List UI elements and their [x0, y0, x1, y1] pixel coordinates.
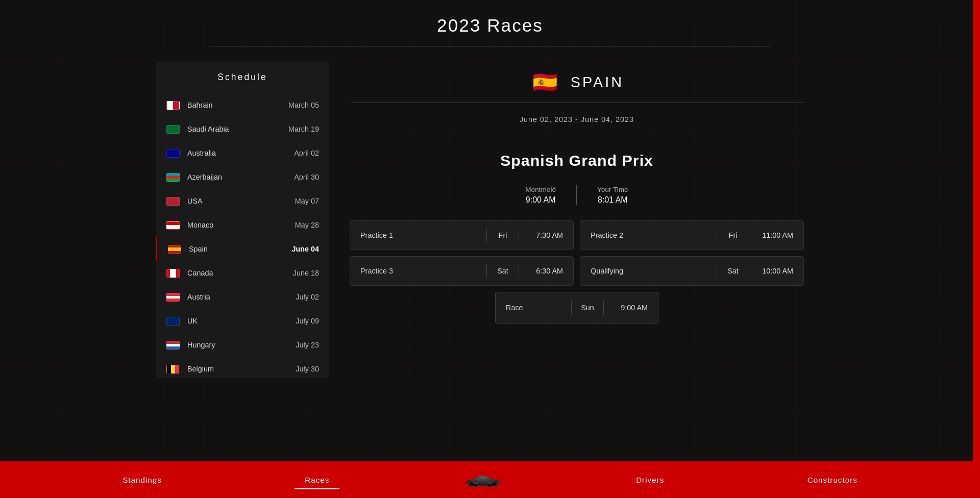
race-date-saudi-arabia: March 19: [288, 125, 319, 133]
svg-marker-8: [497, 480, 503, 483]
session-day-1: Fri: [725, 231, 741, 239]
schedule-item-usa[interactable]: USAMay 07: [156, 189, 329, 213]
race-sep1: [571, 301, 572, 315]
country-name-usa: USA: [187, 197, 295, 205]
session-day-2: Sat: [495, 267, 510, 275]
country-name-large: SPAIN: [571, 74, 624, 91]
session-sep1-3: [717, 264, 717, 278]
race-date-uk: July 09: [296, 317, 319, 325]
schedule-item-uk[interactable]: UKJuly 09: [156, 309, 329, 333]
race-date-hungary: July 23: [296, 341, 319, 349]
country-name-saudi-arabia: Saudi Arabia: [187, 125, 288, 133]
country-name-azerbaijan: Azerbaijan: [187, 173, 294, 181]
your-time-block: Your Time 8:01 AM: [577, 186, 649, 205]
session-name-2: Practice 3: [360, 267, 478, 275]
race-card: Race Sun 9:00 AM: [495, 292, 658, 323]
race-date-canada: June 18: [293, 269, 319, 277]
flag-azerbaijan: [166, 172, 180, 182]
session-sep2-1: [749, 228, 749, 242]
title-divider: [209, 46, 771, 46]
your-time-label: Your Time: [597, 186, 628, 193]
nav-races[interactable]: Races: [295, 471, 339, 488]
schedule-list: BahrainMarch 05Saudi ArabiaMarch 19Austr…: [156, 93, 329, 378]
nav-constructors[interactable]: Constructors: [797, 471, 868, 488]
session-card-0: Practice 1 Fri 7:30 AM: [350, 220, 574, 250]
schedule-item-australia[interactable]: AustraliaApril 02: [156, 141, 329, 165]
detail-divider-top: [350, 103, 804, 103]
svg-point-5: [474, 483, 478, 487]
schedule-item-azerbaijan[interactable]: AzerbaijanApril 30: [156, 165, 329, 189]
flag-bahrain: [166, 101, 180, 110]
main-content: Schedule BahrainMarch 05Saudi ArabiaMarc…: [145, 62, 835, 378]
session-time-3: 10:00 AM: [757, 267, 793, 275]
schedule-item-monaco[interactable]: MonacoMay 28: [156, 213, 329, 237]
session-time-0: 7:30 AM: [527, 231, 563, 239]
venue-label: Montmeló: [525, 186, 556, 193]
session-name-0: Practice 1: [360, 231, 478, 239]
flag-belgium: [166, 364, 180, 374]
nav-drivers[interactable]: Drivers: [626, 471, 674, 488]
country-header: 🇪🇸 SPAIN: [350, 72, 804, 92]
svg-rect-9: [464, 477, 467, 482]
schedule-item-bahrain[interactable]: BahrainMarch 05: [156, 93, 329, 117]
flag-usa: [166, 196, 180, 206]
venue-block: Montmeló 9:00 AM: [505, 186, 576, 205]
session-sep1-2: [486, 264, 487, 278]
svg-point-6: [487, 483, 492, 487]
race-time: 9:00 AM: [612, 304, 648, 312]
schedule-panel: Schedule BahrainMarch 05Saudi ArabiaMarc…: [156, 62, 329, 378]
session-time-2: 6:30 AM: [527, 267, 563, 275]
country-name-austria: Austria: [187, 293, 296, 301]
nav-standings[interactable]: Standings: [112, 471, 172, 488]
race-date-belgium: July 30: [296, 365, 319, 373]
date-range: June 02, 2023 - June 04, 2023: [350, 108, 804, 131]
flag-hungary: [166, 340, 180, 350]
session-name-1: Practice 2: [591, 231, 708, 239]
flag-uk: [166, 316, 180, 326]
session-sep2-2: [519, 264, 519, 278]
schedule-item-austria[interactable]: AustriaJuly 02: [156, 285, 329, 309]
session-card-2: Practice 3 Sat 6:30 AM: [350, 256, 574, 286]
schedule-header: Schedule: [156, 62, 329, 93]
session-sep2-0: [519, 228, 519, 242]
race-date-usa: May 07: [295, 197, 319, 205]
bottom-nav: Standings Races Drivers Constructors: [0, 461, 980, 498]
flag-saudi-arabia: [166, 124, 180, 134]
flag-australia: [166, 148, 180, 158]
race-date-azerbaijan: April 30: [294, 173, 319, 181]
page-title: 2023 Races: [0, 0, 980, 46]
country-name-canada: Canada: [187, 269, 293, 277]
schedule-item-belgium[interactable]: BelgiumJuly 30: [156, 357, 329, 378]
session-name-3: Qualifying: [591, 267, 708, 275]
nav-logo: [462, 467, 503, 492]
country-name-hungary: Hungary: [187, 341, 296, 349]
session-time-1: 11:00 AM: [757, 231, 793, 239]
your-time-value: 8:01 AM: [597, 195, 628, 205]
country-flag-large: 🇪🇸: [530, 72, 560, 92]
sessions-grid: Practice 1 Fri 7:30 AM Practice 2 Fri 11…: [350, 220, 804, 286]
flag-canada: [166, 268, 180, 278]
race-date-austria: July 02: [296, 293, 319, 301]
race-day: Sun: [580, 304, 595, 312]
race-date-bahrain: March 05: [288, 101, 319, 109]
schedule-item-canada[interactable]: CanadaJune 18: [156, 261, 329, 285]
svg-point-7: [478, 476, 487, 479]
country-name-belgium: Belgium: [187, 365, 296, 373]
f1-car-icon: [462, 468, 503, 491]
venue-time: 9:00 AM: [525, 195, 556, 205]
flag-spain: [167, 244, 182, 254]
session-card-1: Practice 2 Fri 11:00 AM: [580, 220, 804, 250]
country-name-monaco: Monaco: [187, 221, 295, 229]
race-date-spain: June 04: [291, 245, 319, 253]
race-date-australia: April 02: [294, 149, 319, 157]
session-sep1-0: [486, 228, 487, 242]
schedule-item-spain[interactable]: SpainJune 04: [156, 237, 329, 261]
detail-divider-bottom: [350, 136, 804, 136]
session-sep2-3: [749, 264, 749, 278]
flag-monaco: [166, 220, 180, 230]
session-day-0: Fri: [495, 231, 510, 239]
session-day-3: Sat: [725, 267, 741, 275]
schedule-item-saudi-arabia[interactable]: Saudi ArabiaMarch 19: [156, 117, 329, 141]
country-name-australia: Australia: [187, 149, 294, 157]
schedule-item-hungary[interactable]: HungaryJuly 23: [156, 333, 329, 357]
